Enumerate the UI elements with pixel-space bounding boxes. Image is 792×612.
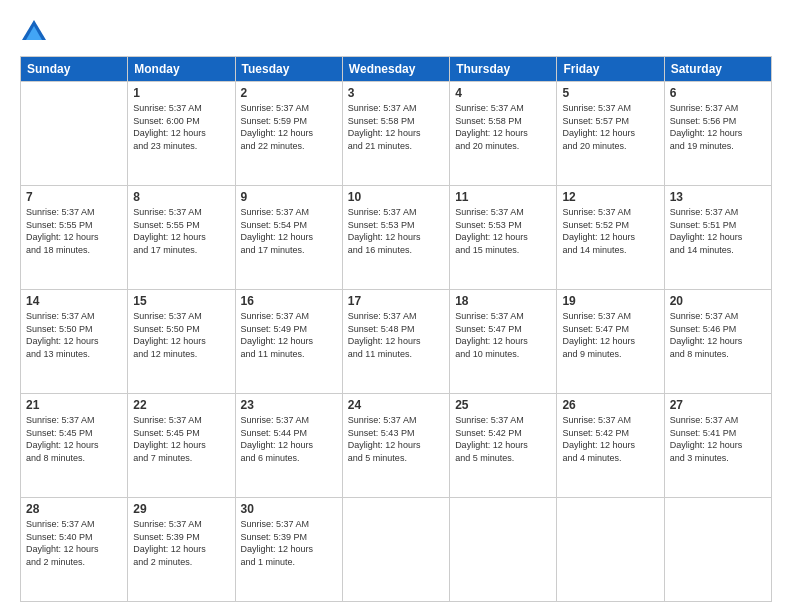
calendar-week-row: 28Sunrise: 5:37 AM Sunset: 5:40 PM Dayli… <box>21 498 772 602</box>
day-detail: Sunrise: 5:37 AM Sunset: 5:59 PM Dayligh… <box>241 102 337 152</box>
table-cell: 30Sunrise: 5:37 AM Sunset: 5:39 PM Dayli… <box>235 498 342 602</box>
calendar-table: Sunday Monday Tuesday Wednesday Thursday… <box>20 56 772 602</box>
table-cell: 27Sunrise: 5:37 AM Sunset: 5:41 PM Dayli… <box>664 394 771 498</box>
table-cell <box>450 498 557 602</box>
day-detail: Sunrise: 5:37 AM Sunset: 5:52 PM Dayligh… <box>562 206 658 256</box>
col-friday: Friday <box>557 57 664 82</box>
day-number: 29 <box>133 502 229 516</box>
table-cell <box>664 498 771 602</box>
table-cell <box>342 498 449 602</box>
table-cell: 20Sunrise: 5:37 AM Sunset: 5:46 PM Dayli… <box>664 290 771 394</box>
col-sunday: Sunday <box>21 57 128 82</box>
day-number: 14 <box>26 294 122 308</box>
day-detail: Sunrise: 5:37 AM Sunset: 5:55 PM Dayligh… <box>26 206 122 256</box>
table-cell: 2Sunrise: 5:37 AM Sunset: 5:59 PM Daylig… <box>235 82 342 186</box>
table-cell: 22Sunrise: 5:37 AM Sunset: 5:45 PM Dayli… <box>128 394 235 498</box>
day-number: 10 <box>348 190 444 204</box>
calendar-week-row: 21Sunrise: 5:37 AM Sunset: 5:45 PM Dayli… <box>21 394 772 498</box>
table-cell: 16Sunrise: 5:37 AM Sunset: 5:49 PM Dayli… <box>235 290 342 394</box>
col-tuesday: Tuesday <box>235 57 342 82</box>
day-detail: Sunrise: 5:37 AM Sunset: 5:51 PM Dayligh… <box>670 206 766 256</box>
day-detail: Sunrise: 5:37 AM Sunset: 5:47 PM Dayligh… <box>562 310 658 360</box>
table-cell: 23Sunrise: 5:37 AM Sunset: 5:44 PM Dayli… <box>235 394 342 498</box>
day-number: 15 <box>133 294 229 308</box>
day-number: 5 <box>562 86 658 100</box>
day-detail: Sunrise: 5:37 AM Sunset: 5:41 PM Dayligh… <box>670 414 766 464</box>
table-cell: 11Sunrise: 5:37 AM Sunset: 5:53 PM Dayli… <box>450 186 557 290</box>
day-number: 26 <box>562 398 658 412</box>
day-number: 6 <box>670 86 766 100</box>
day-detail: Sunrise: 5:37 AM Sunset: 5:49 PM Dayligh… <box>241 310 337 360</box>
day-detail: Sunrise: 5:37 AM Sunset: 5:44 PM Dayligh… <box>241 414 337 464</box>
day-detail: Sunrise: 5:37 AM Sunset: 5:53 PM Dayligh… <box>455 206 551 256</box>
table-cell: 14Sunrise: 5:37 AM Sunset: 5:50 PM Dayli… <box>21 290 128 394</box>
day-number: 9 <box>241 190 337 204</box>
day-number: 21 <box>26 398 122 412</box>
table-cell: 28Sunrise: 5:37 AM Sunset: 5:40 PM Dayli… <box>21 498 128 602</box>
table-cell: 24Sunrise: 5:37 AM Sunset: 5:43 PM Dayli… <box>342 394 449 498</box>
day-number: 2 <box>241 86 337 100</box>
day-number: 18 <box>455 294 551 308</box>
calendar-week-row: 14Sunrise: 5:37 AM Sunset: 5:50 PM Dayli… <box>21 290 772 394</box>
day-detail: Sunrise: 5:37 AM Sunset: 5:39 PM Dayligh… <box>241 518 337 568</box>
col-wednesday: Wednesday <box>342 57 449 82</box>
day-detail: Sunrise: 5:37 AM Sunset: 6:00 PM Dayligh… <box>133 102 229 152</box>
table-cell: 18Sunrise: 5:37 AM Sunset: 5:47 PM Dayli… <box>450 290 557 394</box>
day-number: 7 <box>26 190 122 204</box>
day-number: 8 <box>133 190 229 204</box>
table-cell: 9Sunrise: 5:37 AM Sunset: 5:54 PM Daylig… <box>235 186 342 290</box>
table-cell: 21Sunrise: 5:37 AM Sunset: 5:45 PM Dayli… <box>21 394 128 498</box>
day-detail: Sunrise: 5:37 AM Sunset: 5:45 PM Dayligh… <box>133 414 229 464</box>
col-saturday: Saturday <box>664 57 771 82</box>
table-cell: 17Sunrise: 5:37 AM Sunset: 5:48 PM Dayli… <box>342 290 449 394</box>
table-cell: 19Sunrise: 5:37 AM Sunset: 5:47 PM Dayli… <box>557 290 664 394</box>
day-number: 22 <box>133 398 229 412</box>
day-detail: Sunrise: 5:37 AM Sunset: 5:40 PM Dayligh… <box>26 518 122 568</box>
day-number: 4 <box>455 86 551 100</box>
day-detail: Sunrise: 5:37 AM Sunset: 5:46 PM Dayligh… <box>670 310 766 360</box>
table-cell: 12Sunrise: 5:37 AM Sunset: 5:52 PM Dayli… <box>557 186 664 290</box>
day-number: 24 <box>348 398 444 412</box>
day-number: 16 <box>241 294 337 308</box>
day-detail: Sunrise: 5:37 AM Sunset: 5:54 PM Dayligh… <box>241 206 337 256</box>
day-detail: Sunrise: 5:37 AM Sunset: 5:50 PM Dayligh… <box>133 310 229 360</box>
table-cell: 25Sunrise: 5:37 AM Sunset: 5:42 PM Dayli… <box>450 394 557 498</box>
day-number: 30 <box>241 502 337 516</box>
logo-icon <box>20 18 48 46</box>
calendar-week-row: 7Sunrise: 5:37 AM Sunset: 5:55 PM Daylig… <box>21 186 772 290</box>
day-number: 11 <box>455 190 551 204</box>
day-detail: Sunrise: 5:37 AM Sunset: 5:58 PM Dayligh… <box>455 102 551 152</box>
day-detail: Sunrise: 5:37 AM Sunset: 5:50 PM Dayligh… <box>26 310 122 360</box>
table-cell: 10Sunrise: 5:37 AM Sunset: 5:53 PM Dayli… <box>342 186 449 290</box>
day-number: 12 <box>562 190 658 204</box>
day-number: 20 <box>670 294 766 308</box>
col-thursday: Thursday <box>450 57 557 82</box>
table-cell: 5Sunrise: 5:37 AM Sunset: 5:57 PM Daylig… <box>557 82 664 186</box>
day-detail: Sunrise: 5:37 AM Sunset: 5:48 PM Dayligh… <box>348 310 444 360</box>
day-detail: Sunrise: 5:37 AM Sunset: 5:55 PM Dayligh… <box>133 206 229 256</box>
day-number: 25 <box>455 398 551 412</box>
col-monday: Monday <box>128 57 235 82</box>
day-number: 23 <box>241 398 337 412</box>
day-number: 13 <box>670 190 766 204</box>
header <box>20 18 772 46</box>
day-detail: Sunrise: 5:37 AM Sunset: 5:45 PM Dayligh… <box>26 414 122 464</box>
table-cell <box>557 498 664 602</box>
day-detail: Sunrise: 5:37 AM Sunset: 5:42 PM Dayligh… <box>562 414 658 464</box>
day-detail: Sunrise: 5:37 AM Sunset: 5:53 PM Dayligh… <box>348 206 444 256</box>
table-cell: 15Sunrise: 5:37 AM Sunset: 5:50 PM Dayli… <box>128 290 235 394</box>
day-number: 28 <box>26 502 122 516</box>
table-cell: 29Sunrise: 5:37 AM Sunset: 5:39 PM Dayli… <box>128 498 235 602</box>
table-cell: 26Sunrise: 5:37 AM Sunset: 5:42 PM Dayli… <box>557 394 664 498</box>
day-detail: Sunrise: 5:37 AM Sunset: 5:58 PM Dayligh… <box>348 102 444 152</box>
day-detail: Sunrise: 5:37 AM Sunset: 5:43 PM Dayligh… <box>348 414 444 464</box>
day-detail: Sunrise: 5:37 AM Sunset: 5:47 PM Dayligh… <box>455 310 551 360</box>
day-detail: Sunrise: 5:37 AM Sunset: 5:39 PM Dayligh… <box>133 518 229 568</box>
table-cell <box>21 82 128 186</box>
calendar-header-row: Sunday Monday Tuesday Wednesday Thursday… <box>21 57 772 82</box>
logo <box>20 18 52 46</box>
day-detail: Sunrise: 5:37 AM Sunset: 5:56 PM Dayligh… <box>670 102 766 152</box>
table-cell: 13Sunrise: 5:37 AM Sunset: 5:51 PM Dayli… <box>664 186 771 290</box>
table-cell: 7Sunrise: 5:37 AM Sunset: 5:55 PM Daylig… <box>21 186 128 290</box>
table-cell: 6Sunrise: 5:37 AM Sunset: 5:56 PM Daylig… <box>664 82 771 186</box>
